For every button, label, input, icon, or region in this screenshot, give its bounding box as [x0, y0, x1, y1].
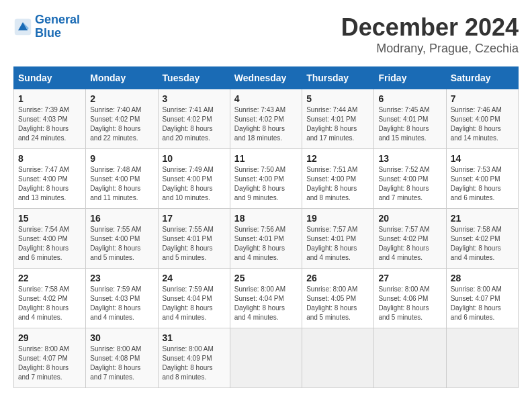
header-wednesday: Wednesday: [230, 67, 302, 89]
sunset-label: Sunset: 4:08 PM: [90, 355, 140, 362]
table-row: 18 Sunrise: 7:56 AM Sunset: 4:01 PM Dayl…: [230, 209, 302, 269]
table-row: 13 Sunrise: 7:52 AM Sunset: 4:00 PM Dayl…: [374, 149, 446, 209]
day-info: Sunrise: 7:41 AM Sunset: 4:02 PM Dayligh…: [163, 105, 226, 143]
sunset-label: Sunset: 4:00 PM: [306, 175, 356, 183]
sunrise-label: Sunrise: 8:00 AM: [163, 345, 214, 353]
sunset-label: Sunset: 4:01 PM: [378, 116, 428, 123]
day-number: 1: [18, 93, 81, 104]
daylight-label: Daylight: 8 hours and 22 minutes.: [90, 125, 140, 142]
daylight-label: Daylight: 8 hours and 8 minutes.: [163, 364, 213, 381]
logo-general: General: [35, 13, 80, 26]
daylight-label: Daylight: 8 hours and 6 minutes.: [18, 244, 69, 261]
sunrise-label: Sunrise: 7:40 AM: [90, 106, 141, 113]
table-row: 12 Sunrise: 7:51 AM Sunset: 4:00 PM Dayl…: [302, 149, 374, 209]
sunset-label: Sunset: 4:00 PM: [234, 175, 284, 183]
daylight-label: Daylight: 8 hours and 17 minutes.: [306, 125, 357, 142]
sunrise-label: Sunrise: 7:46 AM: [451, 106, 502, 113]
day-info: Sunrise: 7:59 AM Sunset: 4:04 PM Dayligh…: [163, 285, 226, 322]
calendar-week-row: 8 Sunrise: 7:47 AM Sunset: 4:00 PM Dayli…: [14, 149, 519, 209]
table-row: [230, 328, 302, 388]
daylight-label: Daylight: 8 hours and 18 minutes.: [234, 125, 285, 142]
sunrise-label: Sunrise: 7:59 AM: [163, 285, 214, 293]
table-row: 26 Sunrise: 8:00 AM Sunset: 4:05 PM Dayl…: [302, 269, 374, 328]
sunset-label: Sunset: 4:02 PM: [18, 295, 68, 302]
day-number: 20: [378, 213, 441, 224]
daylight-label: Daylight: 8 hours and 7 minutes.: [378, 185, 429, 201]
calendar-title: December 2024: [341, 13, 519, 42]
header-monday: Monday: [86, 67, 158, 89]
sunset-label: Sunset: 4:00 PM: [18, 235, 68, 242]
daylight-label: Daylight: 8 hours and 10 minutes.: [163, 185, 213, 201]
daylight-label: Daylight: 8 hours and 11 minutes.: [90, 185, 140, 201]
table-row: 28 Sunrise: 8:00 AM Sunset: 4:07 PM Dayl…: [446, 269, 518, 328]
day-number: 9: [90, 153, 153, 164]
table-row: 31 Sunrise: 8:00 AM Sunset: 4:09 PM Dayl…: [158, 328, 230, 388]
table-row: 25 Sunrise: 8:00 AM Sunset: 4:04 PM Dayl…: [230, 269, 302, 328]
sunset-label: Sunset: 4:03 PM: [18, 116, 68, 123]
daylight-label: Daylight: 8 hours and 4 minutes.: [306, 244, 357, 261]
sunrise-label: Sunrise: 7:56 AM: [234, 226, 285, 233]
day-number: 17: [163, 213, 226, 224]
sunset-label: Sunset: 4:02 PM: [163, 116, 212, 123]
day-number: 29: [18, 332, 81, 343]
day-info: Sunrise: 7:56 AM Sunset: 4:01 PM Dayligh…: [234, 225, 298, 263]
table-row: 29 Sunrise: 8:00 AM Sunset: 4:07 PM Dayl…: [14, 328, 86, 388]
sunrise-label: Sunrise: 7:55 AM: [163, 226, 214, 233]
day-info: Sunrise: 7:58 AM Sunset: 4:02 PM Dayligh…: [451, 225, 514, 263]
day-info: Sunrise: 7:59 AM Sunset: 4:03 PM Dayligh…: [90, 285, 153, 322]
table-row: 5 Sunrise: 7:44 AM Sunset: 4:01 PM Dayli…: [302, 89, 374, 149]
day-info: Sunrise: 8:00 AM Sunset: 4:04 PM Dayligh…: [234, 285, 298, 322]
table-row: 30 Sunrise: 8:00 AM Sunset: 4:08 PM Dayl…: [86, 328, 158, 388]
logo-blue: Blue: [35, 26, 61, 40]
sunrise-label: Sunrise: 8:00 AM: [378, 285, 429, 293]
sunset-label: Sunset: 4:07 PM: [451, 295, 500, 302]
sunrise-label: Sunrise: 7:49 AM: [163, 166, 214, 173]
sunrise-label: Sunrise: 7:57 AM: [378, 226, 429, 233]
daylight-label: Daylight: 8 hours and 4 minutes.: [163, 304, 213, 321]
sunrise-label: Sunrise: 7:44 AM: [306, 106, 357, 113]
sunrise-label: Sunrise: 7:59 AM: [90, 285, 141, 293]
table-row: 16 Sunrise: 7:55 AM Sunset: 4:00 PM Dayl…: [86, 209, 158, 269]
calendar-week-row: 15 Sunrise: 7:54 AM Sunset: 4:00 PM Dayl…: [14, 209, 519, 269]
day-number: 14: [451, 153, 514, 164]
day-number: 15: [18, 213, 81, 224]
table-row: 20 Sunrise: 7:57 AM Sunset: 4:02 PM Dayl…: [374, 209, 446, 269]
calendar-week-row: 1 Sunrise: 7:39 AM Sunset: 4:03 PM Dayli…: [14, 89, 519, 149]
day-number: 28: [451, 273, 514, 283]
day-number: 22: [18, 273, 81, 283]
sunrise-label: Sunrise: 8:00 AM: [306, 285, 357, 293]
daylight-label: Daylight: 8 hours and 5 minutes.: [163, 244, 213, 261]
daylight-label: Daylight: 8 hours and 4 minutes.: [18, 304, 69, 321]
day-info: Sunrise: 7:53 AM Sunset: 4:00 PM Dayligh…: [451, 165, 514, 203]
header-friday: Friday: [374, 67, 446, 89]
day-number: 5: [306, 93, 369, 104]
day-info: Sunrise: 8:00 AM Sunset: 4:07 PM Dayligh…: [18, 345, 81, 382]
day-info: Sunrise: 8:00 AM Sunset: 4:09 PM Dayligh…: [163, 345, 226, 382]
title-area: December 2024 Modrany, Prague, Czechia: [341, 13, 519, 56]
sunset-label: Sunset: 4:00 PM: [451, 175, 500, 183]
sunrise-label: Sunrise: 7:48 AM: [90, 166, 141, 173]
day-number: 31: [163, 332, 226, 343]
table-row: 21 Sunrise: 7:58 AM Sunset: 4:02 PM Dayl…: [446, 209, 518, 269]
sunset-label: Sunset: 4:00 PM: [451, 116, 500, 123]
sunset-label: Sunset: 4:05 PM: [306, 295, 356, 302]
day-number: 8: [18, 153, 81, 164]
daylight-label: Daylight: 8 hours and 4 minutes.: [234, 304, 285, 321]
day-info: Sunrise: 8:00 AM Sunset: 4:08 PM Dayligh…: [90, 345, 153, 382]
calendar-table: Sunday Monday Tuesday Wednesday Thursday…: [13, 66, 519, 388]
table-row: 14 Sunrise: 7:53 AM Sunset: 4:00 PM Dayl…: [446, 149, 518, 209]
daylight-label: Daylight: 8 hours and 7 minutes.: [90, 364, 140, 381]
day-number: 12: [306, 153, 369, 164]
sunrise-label: Sunrise: 7:39 AM: [18, 106, 69, 113]
sunrise-label: Sunrise: 7:51 AM: [306, 166, 357, 173]
sunset-label: Sunset: 4:01 PM: [306, 116, 356, 123]
logo-text: General Blue: [35, 13, 80, 40]
sunset-label: Sunset: 4:09 PM: [163, 355, 212, 362]
sunset-label: Sunset: 4:00 PM: [90, 235, 140, 242]
sunrise-label: Sunrise: 7:52 AM: [378, 166, 429, 173]
table-row: 3 Sunrise: 7:41 AM Sunset: 4:02 PM Dayli…: [158, 89, 230, 149]
day-info: Sunrise: 7:52 AM Sunset: 4:00 PM Dayligh…: [378, 165, 441, 203]
day-number: 11: [234, 153, 298, 164]
table-row: 6 Sunrise: 7:45 AM Sunset: 4:01 PM Dayli…: [374, 89, 446, 149]
sunrise-label: Sunrise: 7:50 AM: [234, 166, 285, 173]
